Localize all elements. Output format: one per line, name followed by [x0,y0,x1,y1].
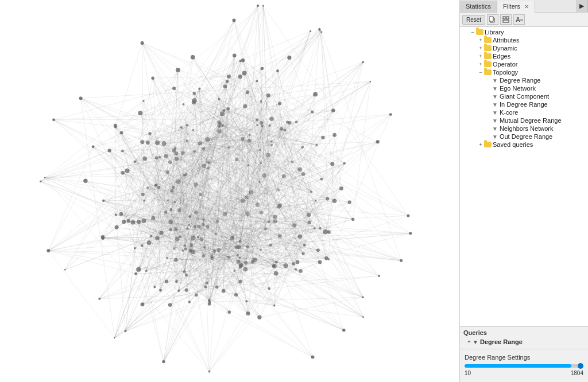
svg-rect-4 [503,20,509,22]
tree-label-edges: Edges [493,53,510,60]
subscript-icon: a [520,17,523,22]
tree-item-mutual-degree-range[interactable]: + ▼ Mutual Degree Range [460,116,588,124]
tree-label-operator: Operator [493,61,517,68]
slider-min-value: 10 [465,370,471,376]
tree-label-mutual-degree-range: Mutual Degree Range [500,117,562,124]
tree-item-saved-queries[interactable]: + Saved queries [460,141,588,149]
tree-label-in-degree-range: In Degree Range [500,101,548,108]
tree-item-in-degree-range[interactable]: + ▼ In Degree Range [460,100,588,108]
expand-edges-icon[interactable]: + [477,53,484,60]
expand-dynamic-icon[interactable]: + [477,45,484,52]
expand-operator-icon[interactable]: + [477,61,484,68]
filter-out-degree-range-icon: ▼ [492,134,498,140]
tree-label-out-degree-range: Out Degree Range [500,133,552,140]
slider-max-value: 1804 [571,370,583,376]
folder-dynamic-icon [484,45,492,51]
degree-range-settings: Degree Range Settings 10 1804 [460,349,588,382]
tree-item-out-degree-range[interactable]: + ▼ Out Degree Range [460,132,588,141]
folder-saved-queries-icon [484,142,492,147]
copy-icon-btn[interactable] [487,14,498,25]
tree-label-neighbors-network: Neighbors Network [500,125,554,132]
filter-toolbar: Reset A a [460,13,588,27]
tree-item-giant-component[interactable]: + ▼ Giant Component [460,92,588,100]
query-item-degree-range[interactable]: + ▼ Degree Range [463,337,585,346]
tree-label-saved-queries: Saved queries [493,141,533,148]
filter-degree-range-icon: ▼ [492,77,498,84]
filter-tree[interactable]: − Library + Attributes + Dynamic + Edges… [460,27,588,326]
queries-label: Queries [463,329,585,336]
filter-giant-component-icon: ▼ [492,93,498,100]
tree-item-k-core[interactable]: + ▼ K-core [460,108,588,116]
tree-label-library: Library [485,29,504,36]
graph-area[interactable] [0,0,459,382]
tab-filters[interactable]: Filters ✕ [497,1,535,13]
graph-canvas [0,0,459,382]
svg-rect-3 [506,17,509,19]
filter-ego-network-icon: ▼ [492,85,498,92]
folder-topology-icon [484,69,492,75]
tree-label-degree-range: Degree Range [500,77,541,84]
tree-label-ego-network: Ego Network [500,85,536,92]
expand-library-icon[interactable]: − [469,29,476,36]
filter-in-degree-range-icon: ▼ [492,102,498,108]
folder-operator-icon [484,61,492,67]
tree-label-k-core: K-core [500,109,518,116]
settings-label: Degree Range Settings [465,354,583,361]
tree-label-topology: Topology [493,69,518,76]
filter-query-icon: ▼ [473,339,478,345]
tree-label-dynamic: Dynamic [493,45,517,52]
folder-edges-icon [484,53,492,59]
tree-item-library[interactable]: − Library [460,28,588,36]
tab-statistics[interactable]: Statistics [460,1,497,12]
expand-attributes-icon[interactable]: + [477,37,484,44]
filter-k-core-icon: ▼ [492,110,498,116]
reset-button[interactable]: Reset [462,15,485,25]
tree-item-edges[interactable]: + Edges [460,52,588,60]
tree-item-ego-network[interactable]: + ▼ Ego Network [460,84,588,92]
tree-item-neighbors-network[interactable]: + ▼ Neighbors Network [460,124,588,132]
expand-saved-queries-icon[interactable]: + [477,141,484,148]
slider-track[interactable] [465,364,583,368]
queries-section: Queries + ▼ Degree Range [460,326,588,349]
slider-fill [465,364,571,368]
layout-icon [502,16,509,23]
expand-query-degree-range-icon[interactable]: + [466,338,473,345]
text-icon: A [516,16,520,23]
tree-label-giant-component: Giant Component [500,93,549,100]
query-label-degree-range: Degree Range [480,338,523,345]
slider-values: 10 1804 [465,370,583,376]
tree-item-dynamic[interactable]: + Dynamic [460,44,588,52]
filter-neighbors-network-icon: ▼ [492,126,498,132]
tree-label-attributes: Attributes [493,37,519,44]
tab-expand[interactable]: ▶ [576,0,588,12]
svg-rect-2 [503,17,505,19]
tree-item-operator[interactable]: + Operator [460,60,588,68]
tree-item-topology[interactable]: − Topology [460,68,588,76]
tab-bar: Statistics Filters ✕ ▶ [460,0,588,13]
tab-filters-close[interactable]: ✕ [524,3,529,10]
folder-library-icon [476,29,483,35]
slider-thumb[interactable] [578,363,583,369]
copy-icon [489,16,496,23]
tree-item-degree-range[interactable]: + ▼ Degree Range [460,76,588,84]
filter-mutual-degree-range-icon: ▼ [492,118,498,124]
layout-icon-btn[interactable] [500,14,512,25]
folder-attributes-icon [484,37,492,43]
tree-item-attributes[interactable]: + Attributes [460,36,588,44]
svg-rect-1 [489,17,493,21]
expand-topology-icon[interactable]: − [477,69,484,76]
text-icon-btn[interactable]: A a [513,14,525,25]
right-panel: Statistics Filters ✕ ▶ Reset A a [459,0,588,382]
